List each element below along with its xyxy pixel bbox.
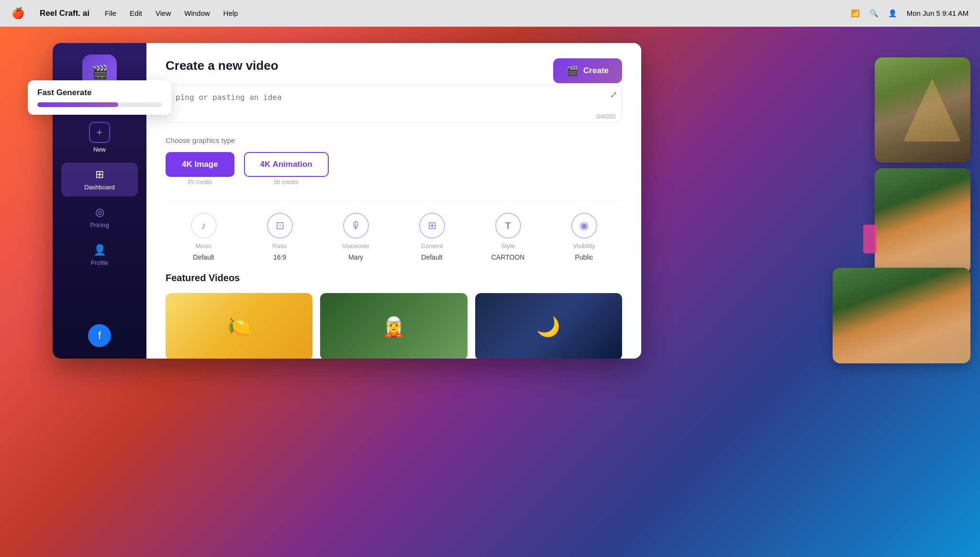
style-icon-circle: T: [495, 213, 521, 239]
dashboard-icon: ⊞: [95, 168, 104, 181]
style-label: Style: [501, 242, 515, 250]
music-icon: ♪: [201, 219, 206, 232]
new-plus-icon: +: [89, 122, 110, 143]
profile-icon: 👤: [93, 244, 106, 256]
content-icon: ⊞: [428, 219, 436, 232]
create-button-icon: 🎬: [567, 65, 579, 76]
preview-elf-image: [875, 168, 970, 273]
textarea-section: 0/4000 ⤢: [166, 85, 622, 125]
create-button[interactable]: 🎬 Create: [553, 58, 622, 83]
pricing-icon: ◎: [95, 206, 104, 218]
content-icon-circle: ⊞: [419, 213, 445, 239]
graphics-type-buttons: 4K Image 25 credits 4K Animation 50 cred…: [166, 152, 622, 186]
setting-content[interactable]: ⊞ Content Default: [394, 213, 470, 261]
4k-animation-button[interactable]: 4K Animation: [244, 152, 329, 177]
content-label: Content: [421, 242, 443, 250]
expand-button[interactable]: ⤢: [610, 89, 617, 100]
settings-row: ♪ Music Default ⊡ Ratio 16:9 🎙 Voiceover…: [166, 201, 622, 273]
apple-icon: 🍎: [11, 7, 24, 20]
setting-visibility[interactable]: ◉ Visibility Public: [546, 213, 622, 261]
visibility-icon: ◉: [579, 219, 589, 232]
idea-input[interactable]: [166, 85, 622, 123]
sidebar-item-new[interactable]: + New: [61, 116, 138, 159]
menu-window[interactable]: Window: [184, 9, 210, 17]
ratio-icon-circle: ⊡: [267, 213, 293, 239]
setting-music[interactable]: ♪ Music Default: [166, 213, 242, 261]
content-value: Default: [421, 253, 442, 261]
4k-image-credits: 25 credits: [188, 179, 212, 186]
setting-ratio[interactable]: ⊡ Ratio 16:9: [242, 213, 318, 261]
fast-generate-title: Fast Generate: [37, 88, 162, 98]
featured-video-lemons[interactable]: 🍋: [166, 293, 312, 359]
preview-bottom-right-image: [833, 268, 970, 363]
progress-bar-fill: [37, 102, 118, 107]
preview-landscape-image: [875, 57, 970, 163]
menubar: 🍎 Reel Craft. ai File Edit View Window H…: [0, 0, 980, 27]
sidebar-bottom: f: [88, 324, 111, 347]
main-content: 🎬 Create Create a new video 0/4000 ⤢ Cho…: [146, 43, 641, 359]
featured-video-elf[interactable]: 🧝: [320, 293, 467, 359]
facebook-button[interactable]: f: [88, 324, 111, 347]
app-name: Reel Craft. ai: [40, 9, 89, 18]
4k-image-button[interactable]: 4K Image: [166, 152, 234, 177]
menu-help[interactable]: Help: [223, 9, 238, 17]
visibility-value: Public: [575, 253, 593, 261]
wifi-icon: 📶: [851, 9, 860, 18]
voiceover-value: Mary: [348, 253, 363, 261]
voiceover-icon-circle: 🎙: [343, 213, 369, 239]
visibility-icon-circle: ◉: [571, 213, 597, 239]
featured-video-moon[interactable]: 🌙: [475, 293, 622, 359]
logo-icon: 🎬: [91, 64, 108, 80]
sidebar-item-dashboard[interactable]: ⊞ Dashboard: [61, 163, 138, 197]
music-icon-circle: ♪: [191, 213, 217, 239]
featured-videos-title: Featured Videos: [166, 273, 622, 284]
create-button-label: Create: [583, 66, 609, 76]
sidebar-profile-label: Profile: [91, 259, 109, 266]
preview-images-right: [875, 57, 970, 273]
style-value: CARTOON: [491, 253, 525, 261]
graphics-section-label: Choose graphics type: [166, 136, 622, 144]
user-icon[interactable]: 👤: [888, 9, 897, 18]
voiceover-label: Voiceover: [342, 242, 369, 250]
menu-file[interactable]: File: [105, 9, 116, 17]
ratio-label: Ratio: [272, 242, 287, 250]
4k-animation-credits: 50 credits: [274, 179, 299, 186]
4k-image-wrap: 4K Image 25 credits: [166, 152, 234, 186]
music-label: Music: [196, 242, 212, 250]
sidebar-item-profile[interactable]: 👤 Profile: [61, 238, 138, 272]
decorative-pink-bar: [863, 225, 877, 253]
style-icon: T: [505, 220, 511, 231]
sidebar-item-pricing[interactable]: ◎ Pricing: [61, 200, 138, 234]
sidebar-new-label: New: [93, 146, 106, 153]
ratio-icon: ⊡: [276, 219, 284, 232]
menu-edit[interactable]: Edit: [130, 9, 142, 17]
fast-generate-tooltip: Fast Generate: [28, 80, 171, 115]
setting-style[interactable]: T Style CARTOON: [470, 213, 546, 261]
4k-animation-wrap: 4K Animation 50 credits: [244, 152, 329, 186]
setting-voiceover[interactable]: 🎙 Voiceover Mary: [318, 213, 394, 261]
music-value: Default: [193, 253, 214, 261]
search-icon[interactable]: 🔍: [869, 9, 879, 18]
progress-bar-background: [37, 102, 162, 107]
microphone-icon: 🎙: [351, 219, 361, 232]
featured-video-grid: 🍋 🧝 🌙: [166, 293, 622, 359]
datetime: Mon Jun 5 9:41 AM: [907, 9, 969, 17]
sidebar-dashboard-label: Dashboard: [84, 184, 115, 191]
sidebar-pricing-label: Pricing: [90, 221, 109, 229]
menu-view[interactable]: View: [156, 9, 171, 17]
ratio-value: 16:9: [273, 253, 286, 261]
visibility-label: Visibility: [573, 242, 595, 250]
char-count: 0/4000: [596, 113, 615, 120]
